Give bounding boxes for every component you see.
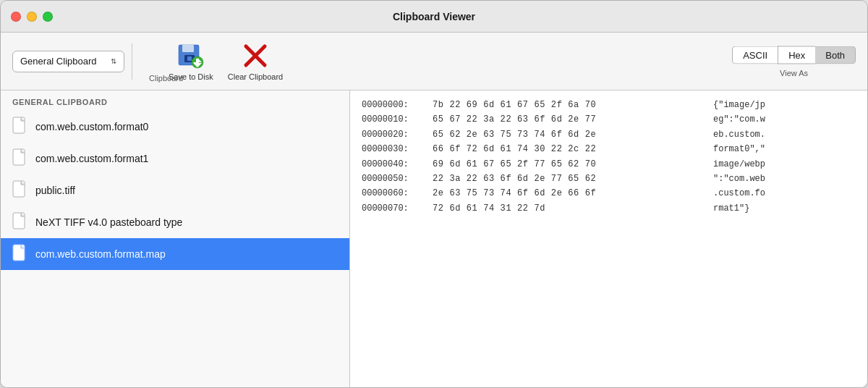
toolbar: General Clipboard ⇅ bbox=[1, 33, 867, 90]
hex-row: 00000050: 22 3a 22 63 6f 6d 2e 77 65 62 … bbox=[362, 172, 856, 186]
hex-view-button[interactable]: Hex bbox=[778, 46, 815, 64]
hex-row: 00000000: 7b 22 69 6d 61 67 65 2f 6a 70 … bbox=[362, 98, 856, 112]
hex-address: 00000060: bbox=[362, 186, 427, 201]
file-icon-format1 bbox=[12, 148, 28, 169]
sidebar-item-format-map[interactable]: com.web.custom.format.map bbox=[1, 238, 349, 270]
sidebar-item-tiff[interactable]: public.tiff bbox=[1, 174, 349, 206]
clear-clipboard-icon bbox=[242, 42, 269, 69]
chevron-up-down-icon: ⇅ bbox=[111, 57, 116, 65]
main-content: General Clipboard com.web.custom.format0… bbox=[1, 90, 867, 388]
hex-row: 00000010: 65 67 22 3a 22 63 6f 6d 2e 77 … bbox=[362, 112, 856, 127]
sidebar-item-format0[interactable]: com.web.custom.format0 bbox=[1, 111, 349, 143]
close-button[interactable] bbox=[11, 12, 21, 22]
clipboard-selector[interactable]: General Clipboard ⇅ bbox=[12, 51, 124, 72]
ascii-view-button[interactable]: ASCII bbox=[732, 46, 778, 64]
minimize-button[interactable] bbox=[27, 12, 37, 22]
window-controls bbox=[11, 12, 53, 22]
hex-row: 00000040: 69 6d 61 67 65 2f 77 65 62 70 … bbox=[362, 157, 856, 172]
sidebar-item-label-format-map: com.web.custom.format.map bbox=[35, 248, 166, 260]
hex-row: 00000070: 72 6d 61 74 31 22 7d rmat1"} bbox=[362, 201, 856, 216]
sidebar-item-label-format1: com.web.custom.format1 bbox=[35, 153, 148, 164]
toolbar-actions-group: Save to Disk Clear Clipboard bbox=[169, 42, 283, 81]
hex-address: 00000030: bbox=[362, 142, 427, 156]
save-icon-area bbox=[177, 42, 205, 72]
file-icon-format-map bbox=[12, 244, 28, 264]
hex-ascii: eg":"com.w bbox=[713, 112, 765, 127]
sidebar-header: General Clipboard bbox=[1, 90, 349, 111]
hex-bytes: 22 3a 22 63 6f 6d 2e 77 65 62 bbox=[433, 172, 707, 186]
both-view-button[interactable]: Both bbox=[815, 46, 856, 64]
hex-bytes: 69 6d 61 67 65 2f 77 65 62 70 bbox=[433, 157, 707, 172]
window-title: Clipboard Viewer bbox=[393, 11, 475, 22]
sidebar-item-label-format0: com.web.custom.format0 bbox=[35, 121, 148, 132]
svg-rect-1 bbox=[182, 45, 194, 52]
titlebar: Clipboard Viewer bbox=[1, 1, 867, 33]
hex-row: 00000020: 65 62 2e 63 75 73 74 6f 6d 2e … bbox=[362, 127, 856, 142]
hex-bytes: 2e 63 75 73 74 6f 6d 2e 66 6f bbox=[433, 186, 707, 201]
hex-bytes: 72 6d 61 74 31 22 7d bbox=[433, 201, 707, 216]
hex-ascii: rmat1"} bbox=[713, 201, 749, 216]
view-as-buttons: ASCII Hex Both bbox=[732, 46, 856, 64]
sidebar-item-format1[interactable]: com.web.custom.format1 bbox=[1, 143, 349, 174]
hex-bytes: 66 6f 72 6d 61 74 30 22 2c 22 bbox=[433, 142, 707, 156]
hex-ascii: ":"com.web bbox=[713, 172, 765, 186]
hex-content-panel[interactable]: 00000000: 7b 22 69 6d 61 67 65 2f 6a 70 … bbox=[350, 90, 867, 388]
hex-bytes: 7b 22 69 6d 61 67 65 2f 6a 70 bbox=[433, 98, 707, 112]
hex-rows-container: 00000000: 7b 22 69 6d 61 67 65 2f 6a 70 … bbox=[362, 98, 856, 216]
clipboard-section-label: Clipboard bbox=[149, 74, 183, 83]
sidebar: General Clipboard com.web.custom.format0… bbox=[1, 90, 350, 388]
hex-ascii: eb.custom. bbox=[713, 127, 765, 142]
hex-ascii: {"image/jp bbox=[713, 98, 765, 112]
clear-clipboard-label: Clear Clipboard bbox=[228, 72, 283, 81]
hex-row: 00000030: 66 6f 72 6d 61 74 30 22 2c 22 … bbox=[362, 142, 856, 156]
hex-address: 00000020: bbox=[362, 127, 427, 142]
hex-address: 00000010: bbox=[362, 112, 427, 127]
clear-icon-area bbox=[242, 42, 269, 72]
sidebar-item-label-next-tiff: NeXT TIFF v4.0 pasteboard type bbox=[35, 216, 182, 228]
clear-clipboard-action[interactable]: Clear Clipboard bbox=[228, 42, 283, 81]
hex-ascii: .custom.fo bbox=[713, 186, 765, 201]
maximize-button[interactable] bbox=[43, 12, 53, 22]
hex-address: 00000050: bbox=[362, 172, 427, 186]
hex-address: 00000040: bbox=[362, 157, 427, 172]
hex-row: 00000060: 2e 63 75 73 74 6f 6d 2e 66 6f … bbox=[362, 186, 856, 201]
hex-address: 00000070: bbox=[362, 201, 427, 216]
file-icon-format0 bbox=[12, 117, 28, 137]
hex-ascii: image/webp bbox=[713, 157, 765, 172]
clipboard-selector-label: General Clipboard bbox=[20, 56, 97, 67]
hex-bytes: 65 67 22 3a 22 63 6f 6d 2e 77 bbox=[433, 112, 707, 127]
save-to-disk-icon bbox=[177, 42, 205, 69]
hex-bytes: 65 62 2e 63 75 73 74 6f 6d 2e bbox=[433, 127, 707, 142]
hex-address: 00000000: bbox=[362, 98, 427, 112]
svg-rect-7 bbox=[196, 59, 199, 64]
view-as-label: View As bbox=[780, 68, 808, 77]
file-icon-tiff bbox=[12, 180, 28, 201]
svg-rect-3 bbox=[187, 56, 192, 61]
hex-ascii: format0"," bbox=[713, 142, 765, 156]
toolbar-divider-1 bbox=[132, 43, 132, 80]
view-as-section: ASCII Hex Both View As bbox=[732, 46, 856, 77]
sidebar-item-next-tiff[interactable]: NeXT TIFF v4.0 pasteboard type bbox=[1, 206, 349, 238]
file-icon-next-tiff bbox=[12, 212, 28, 232]
sidebar-item-label-tiff: public.tiff bbox=[35, 185, 75, 196]
